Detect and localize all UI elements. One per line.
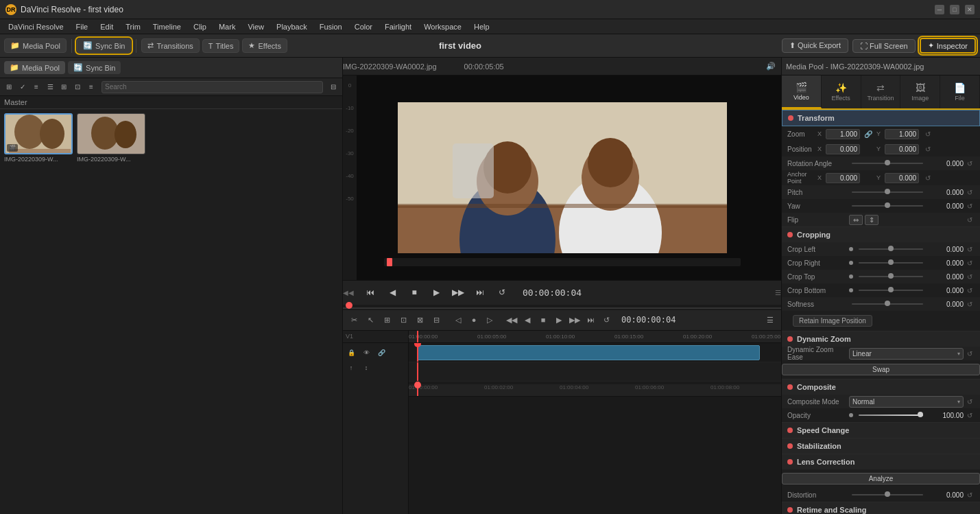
tl-trim-tool[interactable]: ⊞ bbox=[380, 313, 394, 327]
dynamic-zoom-reset[interactable]: ↺ bbox=[965, 349, 975, 358]
tl-nav-play[interactable]: ▶ bbox=[552, 313, 566, 327]
swap-button[interactable]: Swap bbox=[782, 364, 980, 375]
tl-tool-6[interactable]: ⊟ bbox=[429, 313, 443, 327]
timeline-clip[interactable] bbox=[417, 345, 760, 360]
chain-icon[interactable]: 🔗 bbox=[863, 130, 874, 138]
composite-header[interactable]: Composite bbox=[782, 379, 980, 395]
flip-h-button[interactable]: ⇔ bbox=[849, 215, 863, 225]
cropping-section-header[interactable]: Cropping bbox=[782, 227, 980, 242]
tl-tool-5[interactable]: ⊠ bbox=[413, 313, 427, 327]
maximize-button[interactable]: □ bbox=[950, 5, 959, 14]
tl-nav-end[interactable]: ⏭ bbox=[584, 313, 597, 327]
tl-nav-stop[interactable]: ■ bbox=[536, 313, 550, 327]
tl-nav-prev[interactable]: ◀ bbox=[521, 313, 534, 327]
next-frame-button[interactable]: ▶▶ bbox=[450, 284, 466, 301]
zoom-x-input[interactable] bbox=[826, 129, 860, 139]
mp-tool-2[interactable]: ✓ bbox=[16, 81, 29, 93]
titles-button[interactable]: T Titles bbox=[202, 39, 240, 53]
menu-fairlight[interactable]: Fairlight bbox=[379, 21, 417, 32]
pitch-reset[interactable]: ↺ bbox=[965, 187, 975, 197]
volume-icon[interactable]: 🔊 bbox=[766, 62, 776, 71]
yaw-reset[interactable]: ↺ bbox=[965, 201, 975, 211]
media-pool-tab[interactable]: 📁 Media Pool bbox=[4, 61, 65, 74]
crop-bottom-reset[interactable]: ↺ bbox=[965, 285, 975, 295]
crop-top-reset[interactable]: ↺ bbox=[965, 272, 975, 281]
tl-tool-9[interactable]: ▷ bbox=[483, 313, 497, 327]
close-button[interactable]: ✕ bbox=[965, 5, 975, 14]
retain-image-position-button[interactable]: Retain Image Position bbox=[793, 315, 872, 327]
tab-video[interactable]: 🎬 Video bbox=[782, 75, 822, 108]
media-pool-button[interactable]: 📁 Media Pool bbox=[4, 38, 67, 53]
distortion-reset[interactable]: ↺ bbox=[965, 490, 975, 500]
menu-timeline[interactable]: Timeline bbox=[147, 21, 187, 32]
quick-export-button[interactable]: ⬆ Quick Export bbox=[782, 38, 848, 53]
opacity-slider[interactable] bbox=[859, 414, 923, 416]
rotation-slider[interactable] bbox=[852, 163, 923, 164]
zoom-reset[interactable]: ↺ bbox=[923, 129, 933, 139]
tl-tool-7[interactable]: ◁ bbox=[451, 313, 465, 327]
sync-bin-tab[interactable]: 🔄 Sync Bin bbox=[68, 61, 121, 74]
crop-left-reset[interactable]: ↺ bbox=[965, 244, 975, 254]
menu-view[interactable]: View bbox=[242, 21, 270, 32]
mp-sort[interactable]: ≡ bbox=[30, 81, 43, 93]
menu-davinci[interactable]: DaVinci Resolve bbox=[3, 21, 69, 32]
track-eye[interactable]: 👁 bbox=[359, 346, 373, 360]
distortion-slider[interactable] bbox=[852, 494, 923, 495]
menu-color[interactable]: Color bbox=[349, 21, 378, 32]
softness-reset[interactable]: ↺ bbox=[965, 299, 975, 309]
menu-trim[interactable]: Trim bbox=[120, 21, 146, 32]
transitions-button[interactable]: ⇄ Transitions bbox=[141, 38, 199, 53]
tab-transition[interactable]: ⇄ Transition bbox=[861, 75, 901, 108]
menu-help[interactable]: Help bbox=[468, 21, 495, 32]
softness-slider[interactable] bbox=[852, 303, 923, 305]
pos-reset[interactable]: ↺ bbox=[923, 144, 933, 154]
sync-bin-button[interactable]: 🔄 Sync Bin bbox=[77, 38, 131, 53]
skip-fwd-button[interactable]: ⏭ bbox=[472, 284, 488, 301]
crop-top-slider[interactable] bbox=[859, 276, 923, 277]
pos-x-input[interactable] bbox=[826, 144, 860, 154]
crop-right-reset[interactable]: ↺ bbox=[965, 258, 975, 268]
tl-cut-tool[interactable]: ✂ bbox=[347, 313, 361, 327]
tl-nav-fwd[interactable]: ▶▶ bbox=[568, 313, 582, 327]
menu-file[interactable]: File bbox=[71, 21, 94, 32]
track-snap[interactable]: ↕ bbox=[359, 361, 373, 375]
media-item-1[interactable]: IMG-20220309-W... bbox=[77, 113, 145, 163]
menu-fusion[interactable]: Fusion bbox=[314, 21, 348, 32]
pos-y-input[interactable] bbox=[885, 144, 919, 154]
tl-tool-8[interactable]: ● bbox=[467, 313, 481, 327]
full-screen-button[interactable]: ⛶ Full Screen bbox=[852, 39, 916, 53]
stabilization-header[interactable]: Stabilization bbox=[782, 439, 980, 454]
lens-correction-header[interactable]: Lens Correction bbox=[782, 454, 980, 469]
dynamic-zoom-header[interactable]: Dynamic Zoom bbox=[782, 331, 980, 347]
tl-settings[interactable]: ☰ bbox=[763, 313, 777, 327]
tab-file[interactable]: 📄 File bbox=[940, 75, 980, 108]
composite-mode-dropdown[interactable]: Normal ▾ bbox=[849, 396, 964, 408]
tab-effects[interactable]: ✨ Effects bbox=[822, 75, 861, 108]
track-lock[interactable]: 🔒 bbox=[344, 346, 358, 360]
tl-tool-4[interactable]: ⊡ bbox=[396, 313, 410, 327]
search-input[interactable] bbox=[101, 81, 323, 93]
anchor-x-input[interactable] bbox=[826, 173, 860, 183]
track-move-up[interactable]: ↑ bbox=[344, 361, 358, 375]
skip-back-button[interactable]: ⏮ bbox=[362, 284, 379, 301]
mp-tool-4[interactable]: ☰ bbox=[44, 81, 56, 93]
tl-nav-back[interactable]: ◀◀ bbox=[505, 313, 518, 327]
mp-tool-5[interactable]: ⊞ bbox=[58, 81, 70, 93]
menu-mark[interactable]: Mark bbox=[213, 21, 241, 32]
loop-button[interactable]: ↺ bbox=[494, 284, 510, 301]
zoom-y-input[interactable] bbox=[885, 129, 919, 139]
tl-nav-loop[interactable]: ↺ bbox=[599, 313, 613, 327]
anchor-reset[interactable]: ↺ bbox=[923, 173, 933, 183]
mp-tool-6[interactable]: ⊡ bbox=[71, 81, 84, 93]
crop-bottom-slider[interactable] bbox=[859, 290, 923, 291]
anchor-y-input[interactable] bbox=[885, 173, 919, 183]
mp-filter-icon[interactable]: ⊟ bbox=[327, 81, 339, 93]
analyze-button[interactable]: Analyze bbox=[782, 473, 980, 484]
rotation-reset[interactable]: ↺ bbox=[965, 159, 975, 168]
menu-playback[interactable]: Playback bbox=[271, 21, 313, 32]
prev-frame-button[interactable]: ◀ bbox=[384, 284, 401, 301]
inspector-button[interactable]: ✦ Inspector bbox=[920, 38, 976, 54]
speed-change-header[interactable]: Speed Change bbox=[782, 423, 980, 438]
opacity-reset[interactable]: ↺ bbox=[965, 410, 975, 420]
transform-section-header[interactable]: Transform bbox=[782, 110, 980, 126]
